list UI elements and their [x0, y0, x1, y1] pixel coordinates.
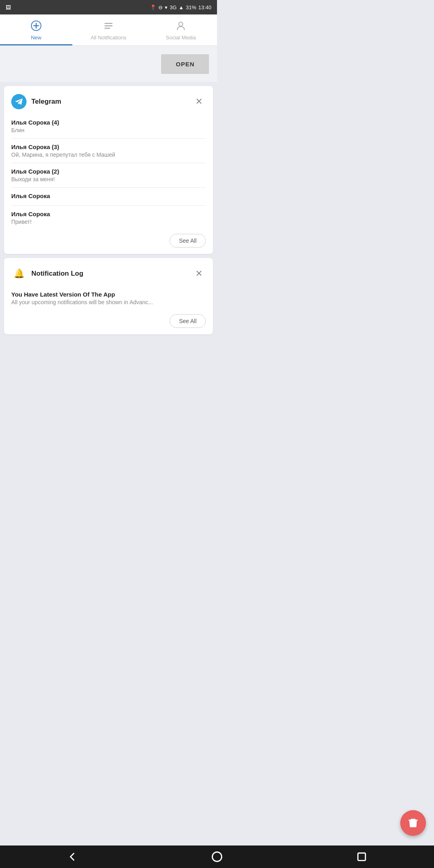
telegram-app-icon: [11, 94, 27, 109]
notif-log-notif-body: All your upcoming notifications will be …: [11, 299, 206, 305]
telegram-notif-1-body: Блин: [11, 127, 206, 133]
telegram-see-all-row: See All: [11, 234, 206, 248]
new-tab-icon: [31, 20, 42, 33]
open-area: OPEN: [0, 46, 217, 82]
notif-log-app-icon: 🔔: [11, 266, 27, 281]
telegram-notif-5-title: Илья Сорока: [11, 211, 206, 217]
dnd-icon: ⊖: [158, 4, 163, 10]
notif-log-notif-title: You Have Latest Version Of The App: [11, 291, 206, 298]
tab-all-notifications[interactable]: All Notifications: [72, 14, 145, 45]
divider-4: [11, 205, 206, 206]
divider-3: [11, 187, 206, 188]
divider-2: [11, 163, 206, 163]
telegram-notif-1[interactable]: Илья Сорока (4) Блин: [11, 116, 206, 137]
divider-1: [11, 138, 206, 139]
telegram-notif-3-body: Выходи за меня!: [11, 176, 206, 182]
notif-log-card-header: 🔔 Notification Log ✕: [11, 266, 206, 281]
notif-log-see-all-button[interactable]: See All: [170, 314, 206, 328]
notif-log-see-all-row: See All: [11, 314, 206, 328]
tab-new[interactable]: New: [0, 14, 72, 45]
tab-new-label: New: [3, 35, 69, 41]
telegram-notif-5[interactable]: Илья Сорока Привет!: [11, 207, 206, 228]
telegram-notif-3[interactable]: Илья Сорока (2) Выходи за меня!: [11, 165, 206, 186]
svg-rect-3: [104, 23, 113, 24]
telegram-notif-3-title: Илья Сорока (2): [11, 168, 206, 175]
notif-log-close-button[interactable]: ✕: [192, 268, 206, 280]
telegram-app-name: Telegram: [31, 98, 192, 106]
status-bar-right: 📍 ⊖ ▾ 3G ▲ 31% 13:40: [150, 4, 211, 10]
telegram-notif-2[interactable]: Илья Сорока (3) Ой, Марина, я перепутал …: [11, 140, 206, 161]
tab-social-media[interactable]: Social Media: [145, 14, 217, 45]
social-media-icon: [175, 20, 186, 33]
telegram-notif-1-title: Илья Сорока (4): [11, 119, 206, 126]
tab-social-label: Social Media: [148, 35, 214, 41]
battery-label: 31%: [186, 4, 196, 10]
telegram-card-header: Telegram ✕: [11, 94, 206, 109]
svg-point-6: [179, 22, 183, 26]
telegram-notif-2-title: Илья Сорока (3): [11, 143, 206, 150]
tab-all-label: All Notifications: [76, 35, 141, 41]
notif-log-app-name: Notification Log: [31, 270, 192, 278]
tab-bar: New All Notifications Social Media: [0, 14, 217, 46]
network-label: 3G: [170, 4, 176, 10]
content-area: OPEN Telegram ✕ Илья Сорока (4) Блин Иль…: [0, 46, 217, 334]
telegram-close-button[interactable]: ✕: [192, 96, 206, 108]
location-icon: 📍: [150, 4, 156, 10]
svg-rect-5: [104, 28, 110, 29]
status-bar: 🖼 📍 ⊖ ▾ 3G ▲ 31% 13:40: [0, 0, 217, 14]
telegram-notif-4-title: Илья Сорока: [11, 192, 206, 199]
all-notifications-icon: [103, 20, 114, 33]
svg-rect-4: [104, 25, 113, 27]
telegram-notif-4[interactable]: Илья Сорока: [11, 189, 206, 204]
notif-log-notif-1[interactable]: You Have Latest Version Of The App All y…: [11, 288, 206, 309]
telegram-notif-2-body: Ой, Марина, я перепутал тебя с Машей: [11, 151, 206, 158]
signal-icon: ▲: [179, 4, 184, 10]
telegram-notif-5-body: Привет!: [11, 219, 206, 225]
notif-log-card: 🔔 Notification Log ✕ You Have Latest Ver…: [4, 258, 213, 334]
notif-log-emoji: 🔔: [14, 268, 25, 279]
telegram-card: Telegram ✕ Илья Сорока (4) Блин Илья Сор…: [4, 86, 213, 254]
time-label: 13:40: [198, 4, 211, 10]
open-button[interactable]: OPEN: [161, 54, 209, 74]
telegram-see-all-button[interactable]: See All: [170, 234, 206, 248]
status-bar-left: 🖼: [6, 4, 11, 10]
gallery-icon: 🖼: [6, 4, 11, 10]
wifi-icon: ▾: [165, 4, 168, 10]
